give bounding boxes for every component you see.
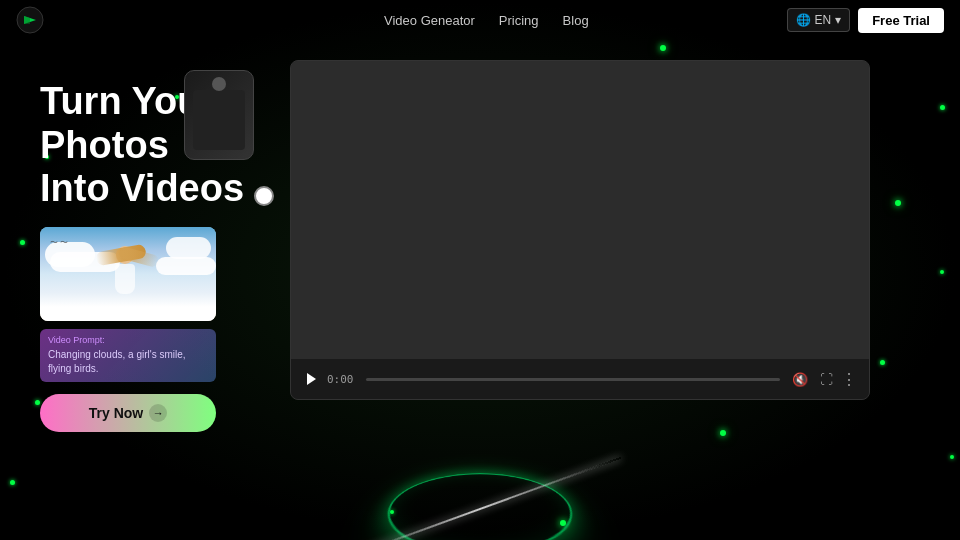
logo[interactable]	[16, 6, 44, 34]
arrow-right-icon: →	[153, 407, 164, 419]
free-trial-button[interactable]: Free Trial	[858, 8, 944, 33]
cloud-3	[166, 237, 211, 259]
flag-icon: 🌐	[796, 13, 811, 27]
fullscreen-icon[interactable]: ⛶	[820, 372, 833, 387]
main-nav: Video Geneator Pricing Blog	[384, 13, 589, 28]
play-button[interactable]	[303, 371, 319, 387]
phone-mockup	[184, 70, 254, 160]
header: Video Geneator Pricing Blog 🌐 EN ▾ Free …	[0, 0, 960, 40]
video-controls: 0:00 🔇 ⛶ ⋮	[291, 359, 869, 399]
right-panel: 0:00 🔇 ⛶ ⋮	[290, 50, 960, 400]
try-now-label: Try Now	[89, 405, 143, 421]
prompt-box: Video Prompt: Changing clouds, a girl's …	[40, 329, 216, 382]
girl-head	[116, 246, 134, 264]
phone-screen	[193, 90, 245, 150]
progress-bar[interactable]	[366, 378, 781, 381]
sample-image: 〜 〜	[40, 227, 216, 321]
nav-pricing[interactable]: Pricing	[499, 13, 539, 28]
girl-figure	[100, 246, 150, 316]
arrow-circle-icon: →	[149, 404, 167, 422]
girl-body	[115, 264, 135, 294]
hero-title: Turn Your Photos Into Videos	[40, 80, 244, 211]
volume-icon[interactable]: 🔇	[792, 372, 808, 387]
language-selector[interactable]: 🌐 EN ▾	[787, 8, 851, 32]
header-right: 🌐 EN ▾ Free Trial	[787, 8, 944, 33]
left-panel: Turn Your Photos Into Videos	[0, 50, 290, 452]
sample-image-card: 〜 〜	[40, 227, 216, 321]
toggle-circle	[254, 186, 274, 206]
prompt-label: Video Prompt:	[48, 335, 208, 345]
chevron-down-icon: ▾	[835, 13, 841, 27]
time-display: 0:00	[327, 373, 354, 386]
try-now-button[interactable]: Try Now →	[40, 394, 216, 432]
prompt-text: Changing clouds, a girl's smile, flying …	[48, 348, 208, 376]
nav-blog[interactable]: Blog	[563, 13, 589, 28]
main-content: Turn Your Photos Into Videos	[0, 0, 960, 540]
video-screen	[291, 61, 869, 359]
play-icon	[305, 372, 317, 386]
video-player[interactable]: 0:00 🔇 ⛶ ⋮	[290, 60, 870, 400]
logo-icon	[16, 6, 44, 34]
nav-video-generator[interactable]: Video Geneator	[384, 13, 475, 28]
lang-label: EN	[815, 13, 832, 27]
more-options-icon[interactable]: ⋮	[841, 370, 857, 389]
birds: 〜 〜	[50, 237, 68, 248]
cloud-4	[156, 257, 216, 275]
